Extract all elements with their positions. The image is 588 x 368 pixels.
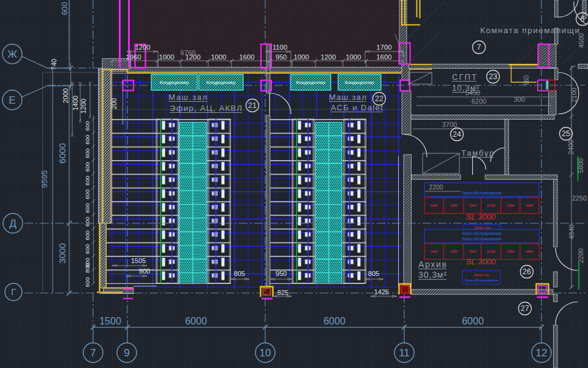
svg-text:600: 600 (84, 244, 91, 254)
svg-text:1000: 1000 (211, 53, 227, 61)
svg-text:800: 800 (84, 263, 91, 273)
svg-text:SL 3000: SL 3000 (466, 212, 496, 221)
svg-text:4500: 4500 (578, 33, 585, 48)
svg-text:4840: 4840 (568, 224, 575, 239)
svg-text:9: 9 (124, 347, 129, 359)
svg-text:23: 23 (489, 72, 497, 81)
svg-text:СВМ: СВМ (450, 250, 458, 253)
svg-text:1000: 1000 (346, 53, 361, 61)
svg-text:БАЗЕ: БАЗЕ (487, 204, 496, 207)
svg-text:11: 11 (399, 347, 410, 359)
svg-text:Маш.зал: Маш.зал (168, 93, 207, 102)
svg-text:2100: 2100 (570, 88, 578, 102)
svg-text:АВМ: АВМ (526, 250, 533, 253)
svg-text:СВМ: СВМ (507, 204, 514, 207)
svg-text:2250: 2250 (572, 194, 587, 202)
svg-text:АВМ: АВМ (526, 204, 533, 207)
svg-text:1400: 1400 (72, 96, 79, 110)
svg-text:Зона обслуживания: Зона обслуживания (464, 278, 499, 282)
svg-text:Зона обслуживания: Зона обслуживания (462, 191, 502, 196)
svg-text:12х6т пог: 12х6т пог (474, 226, 491, 229)
svg-text:200: 200 (110, 98, 118, 109)
svg-text:Цвет см: Цвет см (474, 273, 489, 277)
svg-text:6200: 6200 (472, 98, 486, 105)
svg-text:Кондиционер: Кондиционер (160, 80, 190, 85)
svg-text:10,3м²: 10,3м² (452, 83, 480, 93)
svg-text:6: 6 (581, 15, 585, 23)
svg-text:1200: 1200 (80, 99, 87, 113)
svg-text:7: 7 (477, 43, 481, 52)
svg-text:1425: 1425 (374, 288, 389, 296)
svg-text:Архив: Архив (418, 259, 447, 269)
svg-text:600: 600 (84, 277, 91, 287)
svg-text:3000: 3000 (57, 243, 67, 263)
svg-text:БАЗЕ: БАЗЕ (487, 250, 496, 253)
svg-text:Зона обслуживания: Зона обслуживания (462, 237, 502, 242)
svg-text:1000: 1000 (294, 53, 309, 61)
svg-text:960: 960 (523, 75, 530, 85)
svg-text:21: 21 (248, 101, 257, 110)
svg-text:1500: 1500 (99, 316, 121, 326)
svg-text:12: 12 (536, 347, 548, 359)
svg-text:Г: Г (11, 286, 16, 297)
svg-text:950: 950 (276, 53, 287, 61)
svg-text:Ж: Ж (7, 48, 17, 60)
svg-text:600: 600 (84, 203, 91, 213)
svg-text:Комната приемапищи: Комната приемапищи (480, 26, 579, 35)
svg-text:1960: 1960 (126, 53, 141, 61)
svg-text:1600: 1600 (377, 53, 392, 61)
svg-text:СВМ: СВМ (469, 250, 477, 253)
svg-text:25: 25 (562, 129, 570, 138)
svg-text:6000: 6000 (57, 143, 67, 163)
svg-text:600: 600 (84, 121, 91, 131)
svg-text:2200: 2200 (577, 248, 584, 263)
svg-text:Кондиционер: Кондиционер (206, 80, 236, 85)
svg-text:СВМ: СВМ (450, 204, 458, 207)
svg-text:СГПТ: СГПТ (452, 72, 477, 82)
svg-text:10: 10 (260, 347, 271, 359)
svg-text:1200: 1200 (135, 44, 151, 51)
svg-text:1700: 1700 (377, 44, 392, 51)
svg-text:2400: 2400 (567, 140, 575, 155)
svg-text:СВМ: СВМ (507, 250, 514, 253)
svg-text:6000: 6000 (323, 316, 345, 326)
svg-text:600: 600 (84, 217, 91, 226)
svg-text:2200: 2200 (429, 183, 443, 191)
svg-text:805: 805 (234, 270, 245, 277)
svg-text:600: 600 (84, 190, 91, 199)
svg-text:27: 27 (521, 304, 529, 313)
svg-text:1000: 1000 (159, 53, 175, 61)
svg-text:Кондиционер: Кондиционер (345, 80, 375, 85)
svg-text:600: 600 (84, 135, 91, 145)
svg-text:300: 300 (514, 96, 525, 103)
svg-text:6000: 6000 (185, 316, 207, 326)
svg-text:Маш.зал: Маш.зал (329, 93, 366, 102)
svg-text:1100: 1100 (273, 44, 287, 51)
svg-text:7: 7 (90, 347, 96, 359)
svg-text:Зона обслуживания: Зона обслуживания (462, 231, 502, 236)
svg-text:6760: 6760 (181, 49, 196, 56)
svg-text:600: 600 (84, 176, 91, 186)
svg-text:1505: 1505 (131, 257, 146, 264)
svg-text:600: 600 (84, 162, 91, 172)
svg-text:26: 26 (522, 267, 531, 276)
svg-text:АСБ и Dalet: АСБ и Dalet (331, 103, 383, 112)
svg-text:1200: 1200 (321, 53, 336, 61)
svg-text:SL 3000: SL 3000 (466, 257, 496, 266)
svg-text:805: 805 (368, 270, 379, 277)
svg-text:900: 900 (139, 267, 150, 275)
svg-text:АВМ: АВМ (430, 250, 438, 253)
svg-text:6000: 6000 (462, 316, 484, 326)
svg-text:600: 600 (84, 231, 91, 240)
svg-text:Эфир, АЦ, АКВЛ: Эфир, АЦ, АКВЛ (170, 104, 242, 113)
svg-text:3700: 3700 (442, 121, 457, 128)
svg-text:Кондиционер: Кондиционер (296, 80, 326, 85)
svg-text:СВМ: СВМ (469, 204, 477, 207)
svg-text:9595: 9595 (40, 171, 49, 188)
svg-text:Д: Д (9, 218, 17, 229)
svg-text:22: 22 (375, 94, 383, 103)
svg-text:30,3м²: 30,3м² (418, 270, 447, 280)
svg-text:1600: 1600 (239, 53, 255, 61)
svg-text:24: 24 (453, 130, 461, 139)
svg-text:Е: Е (9, 94, 15, 106)
